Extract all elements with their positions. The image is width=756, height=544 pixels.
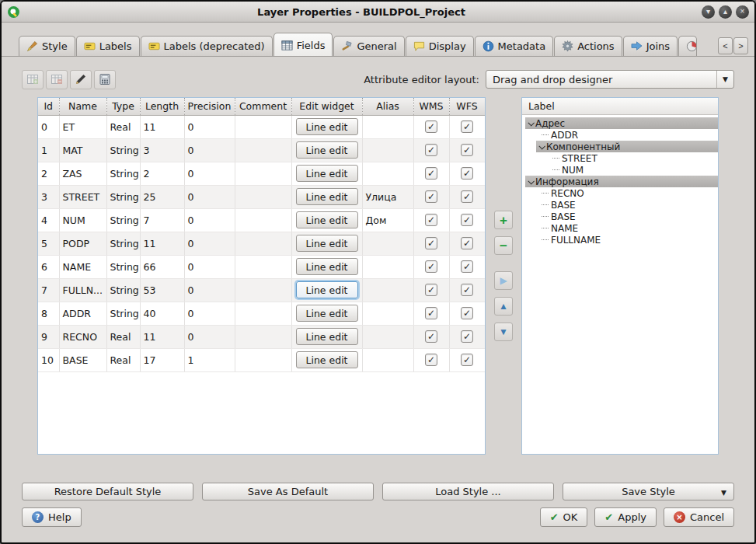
wfs-checkbox[interactable]: ✓ xyxy=(461,260,473,273)
expander-icon[interactable] xyxy=(525,180,535,184)
field-row[interactable]: 1 MAT String 3 0 Line edit ✓ ✓ xyxy=(38,138,485,162)
field-row[interactable]: 6 NAME String 66 0 Line edit ✓ ✓ xyxy=(38,255,485,278)
tab-actions[interactable]: Actions xyxy=(554,36,622,56)
tab-metadata[interactable]: Metadata xyxy=(475,36,554,56)
wms-checkbox[interactable]: ✓ xyxy=(425,237,437,249)
field-row[interactable]: 8 ADDR String 40 0 Line edit ✓ ✓ xyxy=(38,302,485,325)
wms-checkbox[interactable]: ✓ xyxy=(425,120,437,133)
tab-fields[interactable]: Fields xyxy=(273,33,333,56)
edit-widget-button[interactable]: Line edit xyxy=(296,328,358,345)
minimize-button[interactable]: ▾ xyxy=(702,5,715,19)
column-header[interactable]: WMS xyxy=(413,98,449,115)
wms-checkbox[interactable]: ✓ xyxy=(425,260,437,273)
toggle-editing-button[interactable] xyxy=(70,70,92,89)
cancel-button[interactable]: × Cancel xyxy=(664,507,734,527)
wms-checkbox[interactable]: ✓ xyxy=(425,354,437,366)
column-header[interactable]: Comment xyxy=(235,98,291,115)
wms-checkbox[interactable]: ✓ xyxy=(425,214,437,226)
wms-checkbox[interactable]: ✓ xyxy=(425,330,437,343)
wfs-checkbox[interactable]: ✓ xyxy=(461,237,473,249)
wms-checkbox[interactable]: ✓ xyxy=(425,167,437,180)
column-header[interactable]: Length xyxy=(140,98,184,115)
field-calculator-button[interactable] xyxy=(94,70,116,89)
field-row[interactable]: 3 STREET String 25 0 Line edit Улица ✓ ✓ xyxy=(38,185,485,208)
wfs-checkbox[interactable]: ✓ xyxy=(461,190,473,203)
tree-item[interactable]: Информация xyxy=(525,176,718,187)
help-button[interactable]: ? Help xyxy=(22,507,82,527)
wms-checkbox[interactable]: ✓ xyxy=(425,144,437,156)
edit-widget-button[interactable]: Line edit xyxy=(296,351,358,368)
tree-item[interactable]: BASE xyxy=(542,211,718,222)
tab-style[interactable]: Style xyxy=(19,36,75,56)
tree-item[interactable]: Адрес xyxy=(525,117,718,129)
tab-joins[interactable]: Joins xyxy=(623,36,678,56)
wms-checkbox[interactable]: ✓ xyxy=(425,307,437,319)
tree-item[interactable]: ADDR xyxy=(542,129,718,141)
load-style-button[interactable]: Load Style ... xyxy=(382,483,554,500)
edit-widget-button[interactable]: Line edit xyxy=(296,188,358,205)
close-button[interactable]: × xyxy=(736,5,749,19)
tree-item[interactable]: Компонентный xyxy=(536,141,718,152)
expander-icon[interactable] xyxy=(536,145,546,149)
tree-item[interactable]: BASE xyxy=(542,199,718,211)
wfs-checkbox[interactable]: ✓ xyxy=(461,284,473,296)
tree-item[interactable]: FULLNAME xyxy=(542,234,718,246)
edit-widget-button[interactable]: Line edit xyxy=(296,281,358,298)
delete-column-button[interactable] xyxy=(46,70,68,89)
tab-scroll-right-button[interactable]: > xyxy=(733,37,748,54)
column-header[interactable]: Alias xyxy=(362,98,413,115)
add-category-button[interactable]: + xyxy=(494,211,513,229)
expander-icon[interactable] xyxy=(525,121,535,126)
edit-widget-button[interactable]: Line edit xyxy=(296,305,358,322)
move-up-button[interactable]: ▲ xyxy=(494,297,513,316)
column-header[interactable]: Name xyxy=(59,98,106,115)
field-row[interactable]: 2 ZAS String 2 0 Line edit ✓ ✓ xyxy=(38,162,485,185)
wfs-checkbox[interactable]: ✓ xyxy=(461,330,473,343)
tree-item[interactable]: RECNO xyxy=(542,187,718,199)
edit-widget-button[interactable]: Line edit xyxy=(296,165,358,182)
wfs-checkbox[interactable]: ✓ xyxy=(461,214,473,226)
edit-widget-button[interactable]: Line edit xyxy=(296,141,358,159)
field-row[interactable]: 9 RECNO Real 11 0 Line edit ✓ ✓ xyxy=(38,325,485,348)
remove-item-button[interactable]: − xyxy=(494,236,513,255)
field-row[interactable]: 5 PODP String 11 0 Line edit ✓ ✓ xyxy=(38,232,485,255)
ok-button[interactable]: ✔ OK xyxy=(540,507,588,527)
edit-widget-button[interactable]: Line edit xyxy=(296,235,358,252)
wfs-checkbox[interactable]: ✓ xyxy=(461,307,473,319)
tab-display[interactable]: Display xyxy=(406,36,474,56)
tree-item[interactable]: NAME xyxy=(542,222,718,234)
wfs-checkbox[interactable]: ✓ xyxy=(461,144,473,156)
restore-default-style-button[interactable]: Restore Default Style xyxy=(22,483,193,500)
save-style-button[interactable]: Save Style ▼ xyxy=(563,483,734,500)
tab-general[interactable]: General xyxy=(333,36,404,56)
tree-item[interactable]: NUM xyxy=(552,164,718,176)
maximize-button[interactable]: ▴ xyxy=(719,5,732,19)
tab-overflow[interactable] xyxy=(678,36,697,56)
field-row[interactable]: 4 NUM String 7 0 Line edit Дом ✓ ✓ xyxy=(38,208,485,232)
attribute-editor-layout-combobox[interactable]: Drag and drop designer ▼ xyxy=(486,70,734,89)
wfs-checkbox[interactable]: ✓ xyxy=(461,167,473,180)
apply-button[interactable]: ✔ Apply xyxy=(594,507,657,527)
wfs-checkbox[interactable]: ✓ xyxy=(461,354,473,366)
column-header[interactable]: Id xyxy=(38,98,59,115)
tab-labels-deprecated[interactable]: Labels (deprecated) xyxy=(141,36,273,56)
save-as-default-button[interactable]: Save As Default xyxy=(202,483,374,500)
wfs-checkbox[interactable]: ✓ xyxy=(461,120,473,133)
field-row[interactable]: 0 ET Real 11 0 Line edit ✓ ✓ xyxy=(38,115,485,138)
tab-scroll-left-button[interactable]: < xyxy=(718,37,733,54)
field-row[interactable]: 7 FULLN... String 53 0 Line edit ✓ ✓ xyxy=(38,278,485,302)
column-header[interactable]: Precision xyxy=(184,98,235,115)
wms-checkbox[interactable]: ✓ xyxy=(425,284,437,296)
column-header[interactable]: Edit widget xyxy=(291,98,362,115)
edit-widget-button[interactable]: Line edit xyxy=(296,118,358,135)
label-column-header[interactable]: Label xyxy=(522,98,718,115)
tree-item[interactable]: STREET xyxy=(552,152,718,164)
edit-widget-button[interactable]: Line edit xyxy=(296,211,358,228)
wms-checkbox[interactable]: ✓ xyxy=(425,190,437,203)
tab-labels[interactable]: Labels xyxy=(76,36,140,56)
column-header[interactable]: Type xyxy=(106,98,140,115)
column-header[interactable]: WFS xyxy=(449,98,485,115)
move-down-button[interactable]: ▼ xyxy=(494,323,513,341)
new-column-button[interactable] xyxy=(22,70,44,89)
move-item-right-button[interactable]: ▶ xyxy=(494,271,513,290)
